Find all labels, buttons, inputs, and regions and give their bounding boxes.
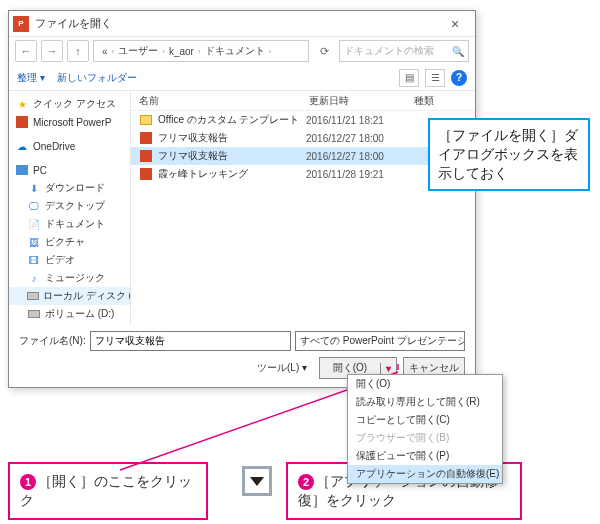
toolbar: 整理 ▾ 新しいフォルダー ▤ ☰ ? [9, 65, 475, 91]
column-type: 種類 [406, 91, 475, 110]
back-button[interactable]: ← [15, 40, 37, 62]
video-icon: 🎞 [27, 254, 41, 266]
refresh-button[interactable]: ⟳ [313, 45, 335, 58]
column-name: 名前 [131, 91, 301, 110]
sidebar-item-music[interactable]: ♪ミュージック [9, 269, 130, 287]
drive-icon [27, 290, 39, 302]
powerpoint-icon: P [13, 16, 29, 32]
sidebar-item-quick-access[interactable]: ★クイック アクセス [9, 95, 130, 113]
file-row[interactable]: 霞ヶ峰トレッキング2016/11/28 19:21 [131, 165, 475, 183]
window-title: ファイルを開く [35, 16, 439, 31]
picture-icon: 🖼 [27, 236, 41, 248]
sidebar: ★クイック アクセス Microsoft PowerP ☁OneDrive PC… [9, 91, 131, 325]
sidebar-item-local-disk-c[interactable]: ローカル ディスク (C [9, 287, 130, 305]
powerpoint-file-icon [139, 149, 153, 163]
powerpoint-icon [15, 116, 29, 128]
triangle-down-icon [250, 477, 264, 486]
titlebar: P ファイルを開く × [9, 11, 475, 37]
document-icon: 📄 [27, 218, 41, 230]
download-icon: ⬇ [27, 182, 41, 194]
filename-input[interactable] [90, 331, 291, 351]
desktop-icon: 🖵 [27, 200, 41, 212]
tools-menu[interactable]: ツール(L) ▾ [257, 361, 307, 375]
step-number-2: 2 [298, 474, 314, 490]
open-button-label: 開く(O) [320, 361, 380, 375]
sidebar-item-volume-d[interactable]: ボリューム (D:) [9, 305, 130, 323]
file-row[interactable]: フリマ収支報告2016/12/27 18:00 [131, 129, 475, 147]
step-number-1: 1 [20, 474, 36, 490]
sidebar-item-desktop[interactable]: 🖵デスクトップ [9, 197, 130, 215]
help-button[interactable]: ? [451, 70, 467, 86]
file-list: 名前 更新日時 種類 Office のカスタム テンプレート2016/11/21… [131, 91, 475, 325]
pc-icon [15, 164, 29, 176]
sidebar-item-documents[interactable]: 📄ドキュメント [9, 215, 130, 233]
view-button-1[interactable]: ▤ [399, 69, 419, 87]
callout-blue: ［ファイルを開く］ダイアログボックスを表示しておく [428, 118, 590, 191]
menu-open[interactable]: 開く(O) [348, 375, 502, 393]
sidebar-item-powerpoint[interactable]: Microsoft PowerP [9, 113, 130, 131]
organize-menu[interactable]: 整理 ▾ [17, 71, 45, 85]
column-date: 更新日時 [301, 91, 406, 110]
menu-open-as-copy[interactable]: コピーとして開く(C) [348, 411, 502, 429]
view-button-2[interactable]: ☰ [425, 69, 445, 87]
sidebar-item-pc[interactable]: PC [9, 161, 130, 179]
new-folder-button[interactable]: 新しいフォルダー [57, 71, 137, 85]
filetype-dropdown[interactable]: すべての PowerPoint プレゼンテーシ˅ [295, 331, 465, 351]
sidebar-item-downloads[interactable]: ⬇ダウンロード [9, 179, 130, 197]
drive-icon [27, 308, 41, 320]
navbar: ← → ↑ «› ユーザー› k_aor› ドキュメント› ⟳ ドキュメントの検… [9, 37, 475, 65]
music-icon: ♪ [27, 272, 41, 284]
star-icon: ★ [15, 98, 29, 110]
cloud-icon: ☁ [15, 140, 29, 152]
sidebar-item-onedrive[interactable]: ☁OneDrive [9, 137, 130, 155]
forward-button[interactable]: → [41, 40, 63, 62]
open-dropdown-menu: 開く(O) 読み取り専用として開く(R) コピーとして開く(C) ブラウザーで開… [347, 374, 503, 484]
dropdown-arrow-illustration [242, 466, 272, 496]
up-button[interactable]: ↑ [67, 40, 89, 62]
column-headers[interactable]: 名前 更新日時 種類 [131, 91, 475, 111]
file-row[interactable]: Office のカスタム テンプレート2016/11/21 18:21 [131, 111, 475, 129]
open-dropdown-arrow[interactable]: ▾ [380, 363, 396, 374]
menu-auto-repair[interactable]: アプリケーションの自動修復(E) [348, 465, 502, 483]
search-placeholder: ドキュメントの検索 [344, 44, 452, 58]
search-icon: 🔍 [452, 46, 464, 57]
folder-icon [139, 113, 153, 127]
close-button[interactable]: × [439, 16, 471, 32]
powerpoint-file-icon [139, 167, 153, 181]
sidebar-item-pictures[interactable]: 🖼ピクチャ [9, 233, 130, 251]
file-row-selected[interactable]: フリマ収支報告2016/12/27 18:00 [131, 147, 475, 165]
sidebar-item-videos[interactable]: 🎞ビデオ [9, 251, 130, 269]
file-open-dialog: P ファイルを開く × ← → ↑ «› ユーザー› k_aor› ドキュメント… [8, 10, 476, 388]
breadcrumb[interactable]: «› ユーザー› k_aor› ドキュメント› [93, 40, 309, 62]
filename-label: ファイル名(N): [19, 334, 86, 348]
menu-open-readonly[interactable]: 読み取り専用として開く(R) [348, 393, 502, 411]
search-input[interactable]: ドキュメントの検索 🔍 [339, 40, 469, 62]
powerpoint-file-icon [139, 131, 153, 145]
menu-open-protected[interactable]: 保護ビューで開く(P) [348, 447, 502, 465]
callout-step-1: 1［開く］のここをクリック [8, 462, 208, 520]
menu-open-in-browser: ブラウザーで開く(B) [348, 429, 502, 447]
